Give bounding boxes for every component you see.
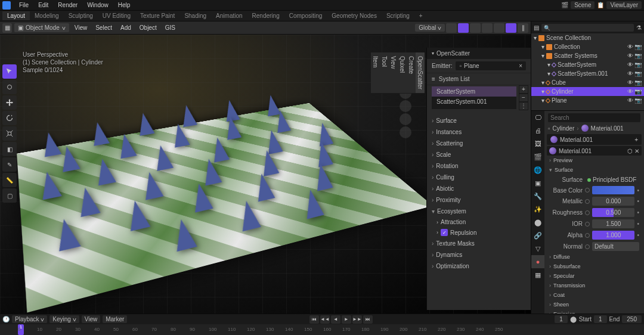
os-menu-btn[interactable]: ⋮ [519,102,528,110]
ptab-particles[interactable]: ✨ [531,203,544,216]
tl-jump-start[interactable]: ⏮ [309,315,319,324]
tool-cursor[interactable] [2,80,17,94]
ptab-render[interactable]: 🖵 [531,111,544,124]
tl-start-field[interactable]: 1 [594,315,607,323]
ntab-create[interactable]: Create [407,52,416,94]
normal-field[interactable]: Default [592,242,639,251]
ptab-world[interactable]: 🌐 [531,163,544,176]
link-icon[interactable] [585,188,590,193]
os-ecosystem[interactable]: Ecosystem [427,206,531,217]
tl-autokey[interactable]: ⬤ [570,316,577,322]
ws-uv[interactable]: UV Editing [98,11,135,20]
prop-surface[interactable]: Surface [547,165,642,175]
nav-camera-btn[interactable] [400,113,411,125]
nav-persp-btn[interactable] [400,126,411,138]
prop-specular[interactable]: Specular [547,271,642,281]
os-instances[interactable]: Instances [427,126,531,138]
ws-layout[interactable]: Layout [2,11,30,20]
tool-move[interactable] [2,95,17,110]
mode-select[interactable]: ▣ Object Mode ⅴ [14,23,69,32]
out-item[interactable]: ▾Plane👁📷 [531,96,644,105]
menu-render[interactable]: Render [53,2,82,8]
ptab-modifiers[interactable]: 🔧 [531,190,544,203]
menu-help[interactable]: Help [113,2,135,8]
link-icon[interactable] [585,210,590,215]
ws-sculpting[interactable]: Sculpting [64,11,98,20]
tool-addcube[interactable]: ▢ [2,188,17,203]
os-add-system-btn[interactable]: + [519,85,528,94]
material-slot[interactable]: Material.001 + [547,134,642,145]
tl-play[interactable]: ► [342,315,351,324]
os-abiotic[interactable]: Abiotic [427,183,531,194]
ptab-material[interactable]: ● [531,255,544,268]
os-title[interactable]: OpenScatter [427,48,531,59]
ws-texpaint[interactable]: Texture Paint [135,11,179,20]
tl-marker[interactable]: Marker [103,315,127,323]
os-optimization[interactable]: Optimization [427,260,531,272]
ws-geonodes[interactable]: Geometry Nodes [327,11,382,20]
checkbox-icon[interactable]: ✓ [441,229,448,236]
tl-keying[interactable]: Keying ⅴ [49,315,79,323]
ptab-viewlayer[interactable]: 🖼 [531,137,544,150]
os-rotation[interactable]: Rotation [427,160,531,172]
viewport-3d[interactable]: User Perspective (1) Scene Collection | … [0,35,531,314]
material-name-field[interactable]: Material.001 ⬡ ✕ [547,146,642,156]
out-item[interactable]: ▾Cube👁📷 [531,78,644,87]
tl-play-rev[interactable]: ◄ [331,315,340,324]
tool-measure[interactable]: 📏 [2,173,17,187]
tl-current-frame[interactable]: 1 [555,315,568,323]
tl-playback[interactable]: Playback ⅴ [12,315,47,323]
add-slot-btn[interactable]: + [634,137,638,143]
out-item[interactable]: ▾ScatterSystem👁📷 [531,60,644,69]
os-attraction[interactable]: Attraction [427,217,531,227]
timeline-icon[interactable]: 🕐 [2,316,10,322]
filter-icon[interactable]: ⚗ [636,24,642,31]
outliner-search[interactable]: 🔍 [541,24,634,32]
tool-select[interactable] [2,64,17,79]
tl-jump-end[interactable]: ⏭ [363,315,373,324]
tool-transform[interactable]: ◧ [2,142,17,156]
vh-select[interactable]: Select [92,24,115,31]
ws-modeling[interactable]: Modeling [30,11,64,20]
prop-preview[interactable]: Preview [547,156,642,165]
ws-animation[interactable]: Animation [211,11,247,20]
prop-transmission[interactable]: Transmission [547,281,642,290]
proportional-btn[interactable] [458,23,469,33]
out-item[interactable]: ▾Scatter Systems👁📷 [531,51,644,60]
out-item[interactable]: ▾Collection👁📷 [531,42,644,51]
ws-scripting[interactable]: Scripting [382,11,414,20]
ptab-object[interactable]: ▣ [531,176,544,190]
ptab-constraints[interactable]: 🔗 [531,229,544,242]
link-icon[interactable] [585,199,590,204]
tool-scale[interactable] [2,126,17,141]
blender-icon[interactable] [2,1,11,10]
prop-sheen[interactable]: Sheen [547,300,642,309]
os-texmasks[interactable]: Texture Masks [427,238,531,249]
ior-field[interactable]: 1.500 [592,219,634,228]
os-culling[interactable]: Culling [427,172,531,183]
timeline-track[interactable]: 1 01020304050607080901001101201301401501… [0,324,644,335]
outliner-icon[interactable]: ▤ [534,24,539,31]
ws-shading[interactable]: Shading [179,11,211,20]
viewlayer-field[interactable]: ViewLayer [606,1,642,9]
ptab-texture[interactable]: ▦ [531,268,544,281]
ntab-tool[interactable]: Tool [380,52,389,94]
base-color-swatch[interactable] [592,186,634,194]
vh-object[interactable]: Object [137,24,160,31]
nav-pan-btn[interactable] [400,100,411,112]
vh-add[interactable]: Add [117,24,134,31]
ptab-output[interactable]: 🖨 [531,124,544,137]
tl-view[interactable]: View [82,315,101,323]
menu-edit[interactable]: Edit [33,2,53,8]
shading-solid-btn[interactable] [482,23,493,33]
orientation-select[interactable]: Global ⅴ [415,24,445,32]
link-icon[interactable] [585,222,590,227]
ntab-item[interactable]: Item [371,52,380,94]
ntab-quixel[interactable]: Quixel [398,52,407,94]
ws-add[interactable]: + [414,11,428,20]
shading-matcap-btn[interactable] [494,23,504,33]
metallic-field[interactable]: 0.000 [592,197,634,206]
shading-rendered-btn[interactable] [506,23,516,33]
tl-end-field[interactable]: 250 [622,315,642,323]
tl-next-key[interactable]: ►► [352,315,362,324]
